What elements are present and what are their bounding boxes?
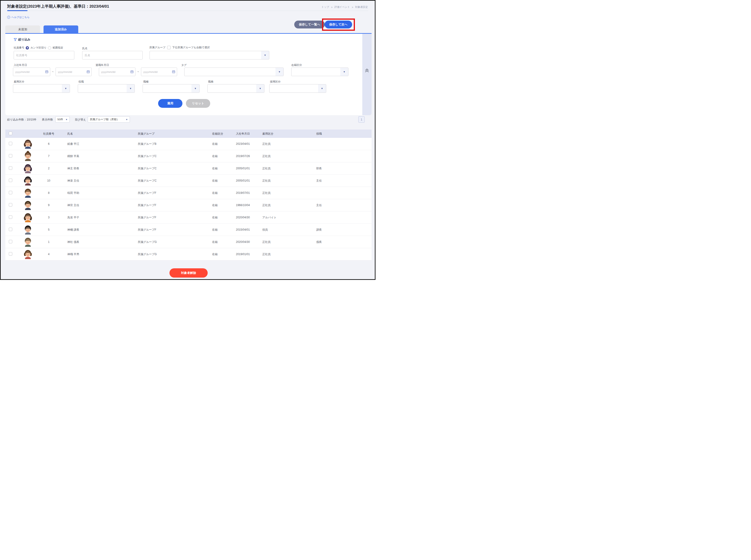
row-employment: 正社員 bbox=[262, 166, 315, 171]
avatar bbox=[23, 163, 33, 174]
row-name: 鳥居 平子 bbox=[59, 216, 137, 220]
help-link[interactable]: ? ヘルプはこちら bbox=[7, 16, 30, 19]
enrollment-select[interactable]: ▼ bbox=[291, 67, 348, 76]
range-radio[interactable] bbox=[48, 46, 51, 49]
row-checkbox[interactable] bbox=[9, 215, 12, 219]
breadcrumb-eval-event[interactable]: 評価イベント bbox=[334, 5, 350, 9]
row-checkbox[interactable] bbox=[9, 252, 12, 256]
row-number: 4 bbox=[39, 253, 59, 256]
table-row: 6 紙垂 平江 所属グループB 在籍 2023/04/01 正社員 bbox=[5, 138, 371, 150]
row-name: 鏡餅 平美 bbox=[59, 154, 137, 158]
row-number: 7 bbox=[39, 155, 59, 158]
row-status: 在籍 bbox=[210, 228, 236, 232]
avatar bbox=[23, 187, 33, 198]
row-employment: 正社員 bbox=[262, 154, 315, 158]
tag-label: タグ bbox=[181, 63, 187, 67]
row-status: 在籍 bbox=[210, 240, 236, 244]
recruit-select[interactable]: ▼ bbox=[269, 84, 326, 93]
row-checkbox[interactable] bbox=[9, 142, 12, 145]
hire-date-from-input[interactable] bbox=[13, 67, 50, 76]
name-input[interactable] bbox=[82, 51, 142, 59]
retire-date-from-input[interactable] bbox=[99, 67, 135, 76]
row-checkbox[interactable] bbox=[9, 240, 12, 243]
apply-button[interactable]: 適用 bbox=[158, 99, 182, 108]
row-name: 紙垂 平江 bbox=[59, 142, 137, 146]
page-title: 対象者設定(2023年上半期人事評価)、基準日：2023/04/01 bbox=[7, 4, 109, 9]
row-checkbox[interactable] bbox=[9, 203, 12, 206]
tab-not-added[interactable]: 未追加 bbox=[5, 25, 40, 33]
sort-select[interactable]: 所属グループ順（昇順） ▼ bbox=[88, 116, 130, 123]
filter-title-row: 絞り込み bbox=[14, 38, 31, 42]
table-row: 10 神楽 主任 所属グループC 在籍 2005/01/01 正社員 主任 bbox=[5, 175, 371, 187]
row-checkbox[interactable] bbox=[9, 166, 12, 170]
employee-no-label: 社員番号 bbox=[14, 46, 24, 49]
row-status: 在籍 bbox=[210, 154, 236, 158]
employment-select[interactable]: ▼ bbox=[13, 84, 70, 93]
save-and-list-button[interactable]: 保存して一覧へ bbox=[294, 21, 325, 28]
group-select[interactable]: ▼ bbox=[150, 51, 269, 59]
employee-table: 社員番号 氏名 所属グループ 在籍区分 入社年月日 雇用区分 役職 6 紙垂 平… bbox=[5, 129, 371, 260]
comma-radio[interactable] bbox=[26, 46, 29, 49]
recruit-label: 採用区分 bbox=[270, 80, 281, 83]
tab-added[interactable]: 追加済み bbox=[43, 25, 78, 33]
save-and-next-button[interactable]: 保存して次へ bbox=[325, 21, 352, 28]
tag-select[interactable]: ▼ bbox=[184, 67, 284, 76]
page-size-select[interactable]: 50件 ▼ bbox=[55, 116, 70, 123]
employee-no-input[interactable] bbox=[14, 51, 74, 59]
position-label: 役職 bbox=[78, 80, 84, 83]
table-row: 8 稲荷 平助 所属グループF 在籍 2019/07/01 正社員 bbox=[5, 187, 371, 199]
status-header: 在籍区分 bbox=[210, 132, 236, 136]
hire-date-from-box bbox=[13, 67, 50, 76]
breadcrumb-separator: > bbox=[331, 6, 332, 8]
row-checkbox[interactable] bbox=[9, 191, 12, 194]
hire-date-to-input[interactable] bbox=[56, 67, 92, 76]
reset-button[interactable]: リセット bbox=[186, 99, 210, 108]
comma-radio-label: カンマ区切り bbox=[30, 46, 46, 49]
row-hired: 2023/04/01 bbox=[236, 142, 262, 145]
page-number-button[interactable]: 1 bbox=[358, 116, 365, 123]
row-status: 在籍 bbox=[210, 142, 236, 146]
row-name: 神職 平男 bbox=[59, 252, 137, 256]
retire-date-to-input[interactable] bbox=[141, 67, 177, 76]
row-employment: アルバイト bbox=[262, 216, 315, 220]
position-select[interactable]: ▼ bbox=[78, 84, 135, 93]
hire-date-label: 入社年月日 bbox=[14, 63, 27, 67]
employee-table-body: 6 紙垂 平江 所属グループB 在籍 2023/04/01 正社員 7 鏡餅 平… bbox=[5, 138, 371, 260]
row-checkbox[interactable] bbox=[9, 227, 12, 231]
hired-header: 入社年月日 bbox=[236, 132, 262, 136]
row-employment: 役員 bbox=[262, 228, 315, 232]
collapse-chevrons-icon bbox=[365, 68, 369, 73]
job-type-select[interactable]: ▼ bbox=[142, 84, 199, 93]
table-header-row: 社員番号 氏名 所属グループ 在籍区分 入社年月日 雇用区分 役職 bbox=[5, 129, 371, 138]
remove-target-button[interactable]: 対象者解除 bbox=[170, 268, 208, 278]
job-type-label: 職種 bbox=[143, 80, 149, 83]
row-number: 3 bbox=[39, 216, 59, 219]
breadcrumb-top[interactable]: トップ bbox=[321, 5, 329, 9]
row-name: 神社 係長 bbox=[59, 240, 137, 244]
row-group: 所属グループG bbox=[137, 252, 210, 256]
page-size-value: 50件 bbox=[57, 118, 63, 121]
avatar bbox=[23, 224, 33, 235]
row-group: 所属グループC bbox=[137, 166, 210, 171]
avatar bbox=[23, 175, 33, 186]
row-checkbox[interactable] bbox=[9, 154, 12, 158]
filter-title: 絞り込み bbox=[18, 38, 31, 42]
calendar-icon[interactable] bbox=[45, 70, 49, 73]
sub-group-checkbox[interactable] bbox=[167, 46, 171, 49]
collapse-filter-strip[interactable] bbox=[362, 34, 371, 115]
row-group: 所属グループF bbox=[137, 216, 210, 220]
calendar-icon[interactable] bbox=[130, 70, 134, 73]
calendar-icon[interactable] bbox=[172, 70, 175, 73]
name-label: 氏名 bbox=[82, 47, 88, 50]
select-all-checkbox[interactable] bbox=[9, 132, 12, 135]
row-number: 9 bbox=[39, 203, 59, 207]
row-checkbox[interactable] bbox=[9, 179, 12, 182]
row-hired: 2020/04/30 bbox=[236, 240, 262, 244]
date-range-tilde: ~ bbox=[52, 70, 54, 73]
row-role: 主任 bbox=[315, 203, 371, 207]
calendar-icon[interactable] bbox=[86, 70, 90, 73]
duty-select[interactable]: ▼ bbox=[208, 84, 264, 93]
table-row: 3 鳥居 平子 所属グループF 在籍 2020/04/30 アルバイト bbox=[5, 212, 371, 224]
row-group: 所属グループB bbox=[137, 142, 210, 146]
name-header: 氏名 bbox=[59, 132, 137, 136]
